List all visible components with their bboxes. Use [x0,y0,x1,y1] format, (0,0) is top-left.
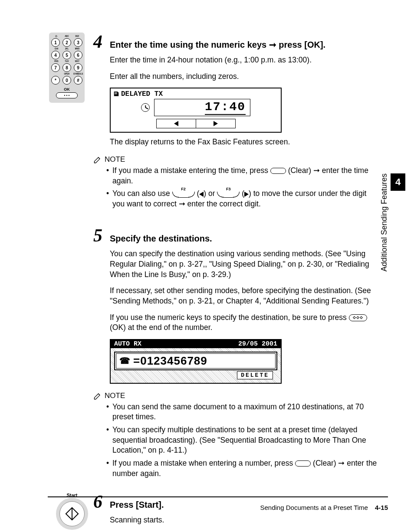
delete-button: DELETE [237,371,273,379]
step4-note-2: You can also use F2 () or F3 () to move … [106,189,380,209]
step-5-heading: Specify the destinations. [110,233,212,244]
footer-rule [48,496,388,497]
clear-button-icon [270,168,286,174]
start-button-illustration: Start [59,493,85,530]
svg-rect-2 [115,93,117,94]
step-5-p2: If necessary, set other sending modes, b… [110,286,380,306]
pencil-icon [93,155,102,164]
step-5-p1: You can specify the destination using va… [110,249,380,280]
destination-number-field: ☎ =0123456789 [114,352,277,370]
phone-icon: ☎ [119,356,131,366]
step5-note-2: You can specify multiple destinations to… [106,425,380,456]
page-number: 4-15 [375,504,388,511]
svg-rect-1 [115,92,117,93]
step-4-p2: Enter all the numbers, including zeros. [110,72,380,82]
note-label: NOTE [105,392,125,400]
step5-note-1: You can send the same document to a maxi… [106,402,380,422]
document-icon [113,91,119,97]
delayed-tx-display: DELAYED TX 17:40 [110,88,282,133]
step-4-p1: Enter the time in 24-hour notation (e.g.… [110,55,380,65]
clear-button-icon [295,460,311,467]
footer-title: Sending Documents at a Preset Time [260,504,368,511]
left-arrow-icon [199,192,204,197]
chapter-tab: Additional Sending Features 4 [378,173,405,271]
display-date: 29/05 2001 [238,340,277,348]
step-5-p3: If you use the numeric keys to specify t… [110,313,380,333]
note-label: NOTE [105,155,125,164]
numeric-keypad-illustration: @.ABCDEF 123 GHIJKLMNO 456 PRSTUVWXY 789… [49,33,85,103]
cursor-right-button [196,119,236,128]
step5-note-3: If you made a mistake when entering a nu… [106,458,380,479]
cursor-left-button [156,119,196,128]
display-mode: AUTO RX [114,340,141,348]
step-4-heading: Enter the time using the numeric keys ➞ … [110,39,325,50]
step-4-after: The display returns to the Fax Basic Fea… [110,137,380,147]
step-number-4: 4 [93,33,110,51]
f3-button-icon: F3 [217,190,240,198]
svg-rect-3 [115,94,117,95]
step4-note-1: If you made a mistake entering the time,… [106,166,380,186]
pencil-icon [93,392,102,400]
time-display-field: 17:40 [154,99,250,116]
right-arrow-icon [244,192,249,197]
step-6-p1: Scanning starts. [110,515,380,525]
auto-rx-display: AUTO RX 29/05 2001 ☎ =0123456789 DELETE [110,339,282,384]
clock-icon [141,103,150,112]
f2-button-icon: F2 [172,190,195,198]
step-number-5: 5 [93,226,110,245]
ok-button-icon [349,314,367,321]
